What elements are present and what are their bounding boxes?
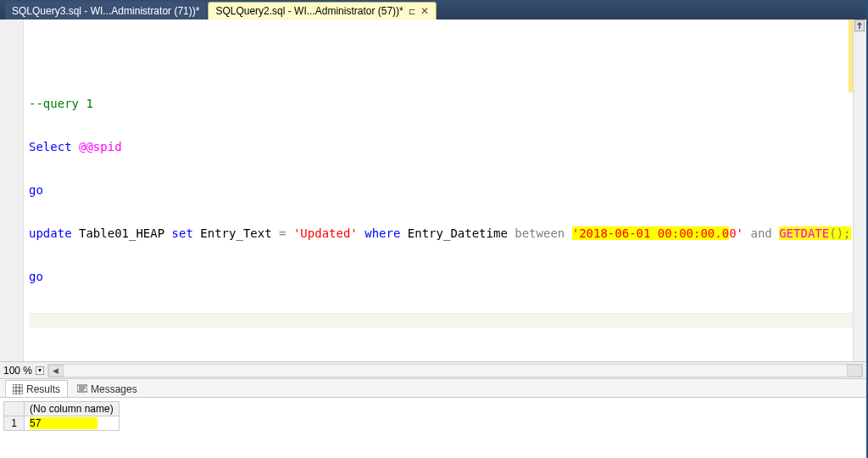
code-func-highlight: GETDATE(); bbox=[779, 226, 850, 240]
code-keyword: between bbox=[515, 226, 565, 240]
code-keyword: set bbox=[172, 226, 193, 240]
code-keyword: Select bbox=[29, 140, 72, 154]
code-ident: Entry_Datetime bbox=[400, 226, 515, 240]
tab-label: Results bbox=[26, 383, 60, 395]
code-keyword: update bbox=[29, 226, 72, 240]
results-pane: (No column name) 1 57 bbox=[0, 398, 866, 458]
tab-label: SQLQuery2.sql - WI...Administrator (57))… bbox=[215, 5, 403, 17]
tab-label: Messages bbox=[91, 383, 137, 395]
scroll-left-icon[interactable]: ◀ bbox=[53, 366, 58, 375]
scroll-right-icon[interactable]: ▶ bbox=[852, 366, 858, 375]
row-number: 1 bbox=[4, 416, 25, 431]
close-icon[interactable]: ✕ bbox=[420, 5, 429, 17]
svg-rect-0 bbox=[13, 384, 23, 394]
messages-icon bbox=[77, 384, 87, 394]
results-grid[interactable]: (No column name) 1 57 bbox=[3, 401, 120, 431]
grid-corner bbox=[4, 402, 25, 416]
editor-status-strip: 100 % ▾ ◀ ▶ bbox=[0, 362, 866, 379]
horizontal-scrollbar[interactable]: ◀ ▶ bbox=[47, 364, 863, 377]
code-area[interactable]: --query 1 Select @@spid go update Table0… bbox=[24, 20, 866, 361]
split-handle-icon[interactable] bbox=[854, 20, 865, 31]
code-keyword: and bbox=[750, 226, 771, 240]
code-ident: Table01_HEAP bbox=[72, 226, 172, 240]
document-tab-sqlquery2[interactable]: SQLQuery2.sql - WI...Administrator (57))… bbox=[208, 2, 436, 20]
code-comment: --query 1 bbox=[29, 97, 93, 110]
pin-icon[interactable]: ⊏ bbox=[409, 7, 415, 16]
cell-value[interactable]: 57 bbox=[25, 416, 120, 431]
zoom-dropdown-icon[interactable]: ▾ bbox=[36, 366, 44, 375]
results-tab-bar: Results Messages bbox=[0, 379, 866, 398]
code-sysvar: @@spid bbox=[79, 140, 122, 154]
code-ident: Entry_Text bbox=[193, 226, 279, 240]
tab-results[interactable]: Results bbox=[5, 380, 68, 397]
code-op: = bbox=[279, 226, 286, 240]
code-string: 0' bbox=[729, 226, 743, 240]
code-keyword: go bbox=[29, 183, 43, 197]
tab-messages[interactable]: Messages bbox=[70, 380, 145, 397]
code-string-highlight: '2018-06-01 00:00:00.0 bbox=[572, 226, 729, 240]
tab-label: SQLQuery3.sql - WI...Administrator (71))… bbox=[12, 5, 199, 17]
column-header[interactable]: (No column name) bbox=[25, 402, 120, 416]
current-line bbox=[29, 313, 866, 327]
table-row[interactable]: 1 57 bbox=[4, 416, 120, 431]
grid-icon bbox=[13, 384, 23, 394]
code-keyword: go bbox=[29, 270, 43, 283]
vertical-scrollbar[interactable] bbox=[853, 20, 866, 361]
code-keyword: where bbox=[364, 226, 400, 240]
document-tab-bar: SQLQuery3.sql - WI...Administrator (71))… bbox=[0, 0, 866, 20]
code-string: 'Updated' bbox=[293, 226, 358, 240]
zoom-level: 100 % bbox=[3, 365, 32, 377]
editor-gutter bbox=[0, 20, 24, 361]
document-tab-sqlquery3[interactable]: SQLQuery3.sql - WI...Administrator (71))… bbox=[5, 2, 206, 20]
sql-editor[interactable]: --query 1 Select @@spid go update Table0… bbox=[0, 20, 866, 362]
